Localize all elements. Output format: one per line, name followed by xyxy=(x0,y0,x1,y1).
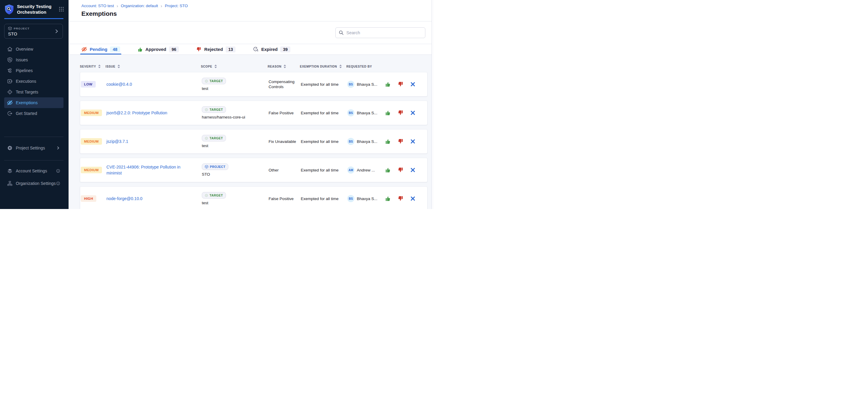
module-grid-icon[interactable] xyxy=(58,6,64,12)
thumbs-up-icon xyxy=(385,167,391,173)
tab-pending[interactable]: Pending 48 xyxy=(82,44,120,55)
tab-label: Approved xyxy=(146,47,166,52)
cancel-exemption-button[interactable] xyxy=(410,82,415,86)
info-icon[interactable] xyxy=(56,169,61,173)
tab-approved[interactable]: Approved 96 xyxy=(137,44,179,55)
search-input[interactable] xyxy=(335,27,425,38)
home-icon xyxy=(7,46,13,52)
breadcrumb-account[interactable]: Account: STO test xyxy=(82,4,114,8)
sidebar-item-pipelines[interactable]: Pipelines xyxy=(4,65,63,76)
severity-badge: MEDIUM xyxy=(81,138,102,145)
sidebar-item-test-targets[interactable]: Test Targets xyxy=(4,86,63,97)
reason-text: False Positive xyxy=(269,196,301,201)
sidebar-item-issues[interactable]: Issues xyxy=(4,55,63,65)
breadcrumb-separator: › xyxy=(117,3,118,8)
cancel-exemption-button[interactable] xyxy=(410,168,415,172)
sidebar-item-organization-settings[interactable]: Organization Settings xyxy=(4,178,63,189)
sidebar-item-label: Executions xyxy=(16,79,36,84)
tab-rejected[interactable]: Rejected 13 xyxy=(196,44,236,55)
tab-count-badge: 39 xyxy=(280,46,290,53)
issue-link[interactable]: CVE-2021-44906: Prototype Pollution in m… xyxy=(106,164,202,176)
page-title: Exemptions xyxy=(82,10,434,17)
exemption-duration-text: Exempted for all time xyxy=(301,110,347,115)
requested-by: BS Bhavya S... xyxy=(347,81,385,88)
approve-button[interactable] xyxy=(385,196,391,202)
thumbs-down-icon xyxy=(398,81,404,87)
tab-count-badge: 96 xyxy=(169,46,179,53)
sidebar-header: Security Testing Orchestration xyxy=(0,0,68,15)
sort-icon[interactable] xyxy=(98,64,101,68)
issue-link[interactable]: jszip@3.7.1 xyxy=(106,138,138,144)
breadcrumb-organization[interactable]: Organization: default xyxy=(121,4,158,8)
sort-icon[interactable] xyxy=(118,64,120,68)
reject-button[interactable] xyxy=(398,196,404,202)
scope-name: test xyxy=(202,201,208,205)
approve-button[interactable] xyxy=(385,110,391,116)
status-tabs: Pending 48 Approved 96 Rejected 13 xyxy=(68,44,434,55)
scope-type-label: TARGET xyxy=(210,79,223,83)
sidebar-item-get-started[interactable]: Get Started xyxy=(4,108,63,119)
reason-text: Fix Unavailable xyxy=(269,139,301,144)
sidebar-item-exemptions[interactable]: Exemptions xyxy=(4,97,63,108)
sidebar-item-label: Account Settings xyxy=(16,169,47,173)
project-selector-value: STO xyxy=(8,31,60,36)
exemption-duration-text: Exempted for all time xyxy=(301,196,347,201)
sort-icon[interactable] xyxy=(339,64,342,68)
column-header-scope[interactable]: SCOPE xyxy=(201,64,268,68)
cancel-exemption-button[interactable] xyxy=(410,110,415,115)
sto-shield-logo-icon xyxy=(4,4,14,15)
vertical-scrollbar[interactable] xyxy=(432,0,434,209)
tab-count-badge: 48 xyxy=(110,46,120,53)
avatar: BS xyxy=(347,138,354,145)
reject-button[interactable] xyxy=(398,110,404,116)
requester-name: Bhavya S... xyxy=(357,111,377,115)
close-icon xyxy=(410,110,415,115)
target-icon xyxy=(205,79,208,83)
reject-button[interactable] xyxy=(398,81,404,87)
sidebar-item-executions[interactable]: Executions xyxy=(4,76,63,86)
chevron-right-icon xyxy=(56,146,61,150)
scope-badge: TARGET xyxy=(202,106,226,113)
approve-button[interactable] xyxy=(385,81,391,87)
sidebar-item-project-settings[interactable]: Project Settings xyxy=(4,143,63,153)
sidebar-item-label: Test Targets xyxy=(16,90,38,94)
tab-expired[interactable]: Expired 39 xyxy=(253,44,290,55)
approve-button[interactable] xyxy=(385,138,391,144)
sidebar-item-account-settings[interactable]: Account Settings xyxy=(4,166,63,176)
sidebar-item-label: Issues xyxy=(16,58,28,62)
column-header-reason[interactable]: REASON xyxy=(268,64,300,68)
thumbs-down-icon xyxy=(398,138,404,144)
column-header-severity[interactable]: SEVERITY xyxy=(80,64,105,68)
sort-icon[interactable] xyxy=(283,64,286,68)
column-header-issue[interactable]: ISSUE xyxy=(105,64,201,68)
thumbs-up-icon xyxy=(385,81,391,87)
scope-name: test xyxy=(202,86,208,91)
cancel-exemption-button[interactable] xyxy=(410,139,415,144)
sidebar-item-label: Project Settings xyxy=(16,146,45,150)
chevron-right-icon xyxy=(54,28,60,34)
scope-name: test xyxy=(202,143,208,148)
layers-icon xyxy=(7,168,13,174)
project-selector[interactable]: PROJECT STO xyxy=(4,24,63,39)
thumbs-down-icon xyxy=(196,47,202,52)
reject-button[interactable] xyxy=(398,167,404,173)
tab-label: Pending xyxy=(90,47,107,52)
sidebar-item-overview[interactable]: Overview xyxy=(4,44,63,55)
sort-icon[interactable] xyxy=(214,64,217,68)
approve-button[interactable] xyxy=(385,167,391,173)
issue-link[interactable]: node-forge@0.10.0 xyxy=(106,196,153,202)
breadcrumb-project[interactable]: Project: STO xyxy=(165,4,188,8)
sidebar-nav: Overview Issues Pipeline xyxy=(0,44,68,119)
issue-link[interactable]: json5@2.2.0: Prototype Pollution xyxy=(106,110,177,116)
clock-expired-icon xyxy=(253,46,258,52)
cancel-exemption-button[interactable] xyxy=(410,196,415,201)
sidebar-item-label: Pipelines xyxy=(16,68,33,73)
reject-button[interactable] xyxy=(398,138,404,144)
info-icon[interactable] xyxy=(56,181,61,186)
tab-label: Expired xyxy=(261,47,278,52)
column-header-exemption-duration[interactable]: EXEMPTION DURATION xyxy=(300,64,346,68)
issue-link[interactable]: cookie@0.4.0 xyxy=(106,81,142,87)
shield-search-icon xyxy=(7,57,13,63)
thumbs-up-icon xyxy=(385,110,391,116)
requester-name: Bhavya S... xyxy=(357,197,377,201)
